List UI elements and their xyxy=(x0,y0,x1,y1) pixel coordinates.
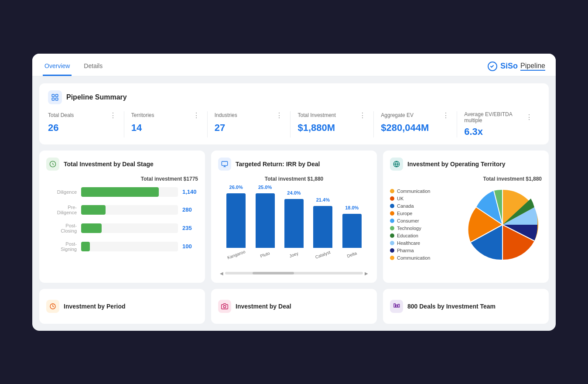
metric-total-investment: Total Investment ⋮ $1,880M xyxy=(291,111,374,137)
deal-title: Investment by Deal xyxy=(236,303,291,310)
irr-bar-kangaroo: 26.0% Kangaroo xyxy=(226,185,246,257)
irr-chart: 26.0% Kangaroo 25.0% Pluto 24.0% Jo xyxy=(218,185,370,267)
deal-icon xyxy=(218,300,231,313)
legend-canada: Canada xyxy=(390,203,458,209)
investment-period-card[interactable]: Investment by Period xyxy=(39,289,205,324)
period-title: Investment by Period xyxy=(64,303,126,310)
metric-evebitda: Average EV/EBITDA multiple ⋮ 6.3x xyxy=(457,111,540,137)
deal-stage-title: Total Investment by Deal Stage xyxy=(64,161,154,168)
bar-pre-diligence: Pre-Diligence 280 xyxy=(46,205,198,215)
bar-diligence: Diligence 1,140 xyxy=(46,187,198,197)
summary-title: Pipeline Summary xyxy=(66,93,127,101)
deal-stage-icon xyxy=(46,158,59,171)
svg-rect-1 xyxy=(52,94,54,96)
metric-aggregate-ev: Aggregate EV ⋮ $280,044M xyxy=(374,111,457,137)
irr-scrollbar[interactable]: ◀ ▶ xyxy=(218,271,370,276)
top-bar: Overview Details SiSo Pipeline xyxy=(32,54,556,76)
summary-card-icon xyxy=(48,90,62,104)
irr-bar-joey: 24.0% Joey xyxy=(284,185,304,257)
charts-row: Total Investment by Deal Stage Total inv… xyxy=(39,151,549,283)
metric-territories: Territories ⋮ 14 xyxy=(124,111,208,137)
legend-healthcare: Healthcare xyxy=(390,240,458,246)
irr-bar-pluto: 25.0% Pluto xyxy=(256,185,275,257)
pipeline-summary-card: Pipeline Summary Total Deals ⋮ 26 Territ… xyxy=(39,83,549,144)
svg-rect-17 xyxy=(396,305,397,307)
legend-education: Education xyxy=(390,233,458,238)
irr-card: Targeted Return: IRR by Deal Total inves… xyxy=(211,151,377,283)
investment-deal-card[interactable]: Investment by Deal xyxy=(211,289,377,324)
irr-total: Total investment $1,880 xyxy=(218,176,370,182)
deal-stage-total: Total investment $1775 xyxy=(46,176,198,182)
metric-industries: Industries ⋮ 27 xyxy=(208,111,291,137)
pie-legend: Communication UK Canada Europe xyxy=(390,185,458,264)
legend-consumer: Consumer xyxy=(390,218,458,223)
legend-pharma: Pharma xyxy=(390,248,458,253)
deals-team-card[interactable]: 800 Deals by Investment Team xyxy=(383,289,549,324)
main-content: Pipeline Summary Total Deals ⋮ 26 Territ… xyxy=(32,76,556,331)
irr-icon xyxy=(218,158,231,171)
svg-rect-16 xyxy=(394,304,395,307)
territory-card: Investment by Operating Territory Total … xyxy=(383,151,549,283)
territory-title: Investment by Operating Territory xyxy=(407,161,506,168)
pie-chart xyxy=(463,185,542,264)
metrics-row: Total Deals ⋮ 26 Territories ⋮ 14 Indust… xyxy=(48,111,540,137)
svg-rect-6 xyxy=(222,161,227,165)
app-container: Overview Details SiSo Pipeline xyxy=(32,54,556,331)
app-logo: SiSo Pipeline xyxy=(487,61,545,76)
svg-rect-18 xyxy=(398,304,399,307)
team-icon xyxy=(390,300,403,313)
legend-europe: Europe xyxy=(390,211,458,216)
svg-rect-3 xyxy=(52,98,54,100)
territory-total: Total investment $1,880 xyxy=(390,176,542,182)
svg-rect-4 xyxy=(56,98,58,100)
tabs: Overview Details xyxy=(43,59,104,76)
svg-rect-2 xyxy=(56,94,58,96)
bottom-cards-row: Investment by Period Investment by Deal xyxy=(39,289,549,324)
legend-uk: UK xyxy=(390,196,458,201)
legend-communication: Communication xyxy=(390,189,458,194)
logo-icon xyxy=(487,61,498,72)
territory-icon xyxy=(390,158,403,171)
tab-details[interactable]: Details xyxy=(82,59,104,76)
pie-section: Communication UK Canada Europe xyxy=(390,185,542,264)
svg-point-15 xyxy=(223,305,226,308)
bar-post-signing: Post-Signing 100 xyxy=(46,241,198,252)
team-title: 800 Deals by Investment Team xyxy=(407,303,496,310)
legend-technology: Technology xyxy=(390,226,458,231)
deal-stage-card: Total Investment by Deal Stage Total inv… xyxy=(39,151,205,283)
irr-bar-catalyst: 21.4% Catalyst xyxy=(313,185,332,257)
metric-total-deals: Total Deals ⋮ 26 xyxy=(48,111,124,137)
irr-bar-delta: 18.0% Delta xyxy=(342,185,362,257)
legend-communication2: Communication xyxy=(390,255,458,261)
tab-overview[interactable]: Overview xyxy=(43,59,72,76)
period-icon xyxy=(46,300,59,313)
bar-post-closing: Post-Closing 235 xyxy=(46,223,198,233)
summary-card-header: Pipeline Summary xyxy=(48,90,540,104)
irr-title: Targeted Return: IRR by Deal xyxy=(236,161,320,168)
